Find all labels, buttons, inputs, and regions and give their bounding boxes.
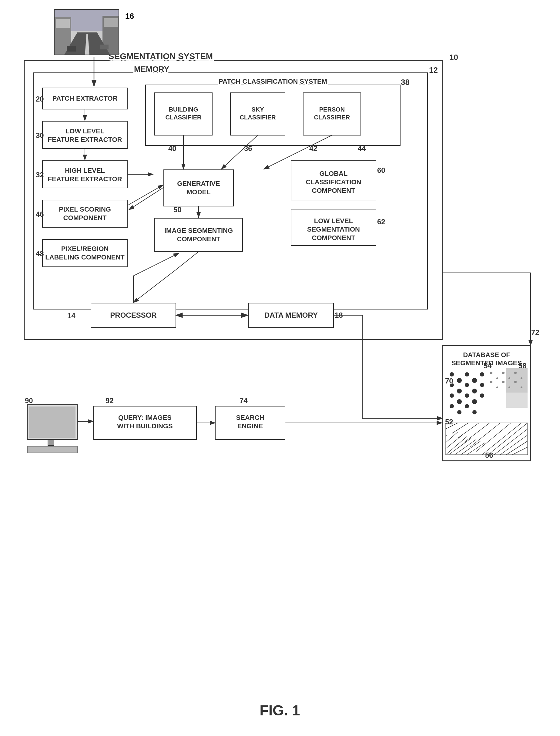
svg-point-125 [514, 381, 517, 383]
svg-text:CLASSIFIER: CLASSIFIER [166, 114, 202, 121]
svg-rect-50 [155, 218, 243, 252]
svg-point-103 [465, 383, 469, 387]
svg-line-80 [133, 270, 176, 303]
svg-point-118 [508, 377, 510, 379]
svg-text:COMPONENT: COMPONENT [312, 234, 356, 242]
svg-text:COMPONENT: COMPONENT [63, 214, 107, 222]
street-photo [54, 9, 119, 55]
svg-line-135 [488, 423, 528, 455]
svg-text:12: 12 [429, 66, 438, 75]
svg-rect-179 [100, 45, 109, 49]
svg-rect-156 [48, 439, 54, 445]
svg-rect-21 [42, 200, 127, 227]
svg-text:32: 32 [36, 171, 44, 179]
svg-text:FIG. 1: FIG. 1 [260, 702, 300, 718]
svg-rect-165 [215, 406, 285, 439]
svg-point-101 [450, 383, 454, 387]
svg-text:70: 70 [445, 377, 453, 385]
svg-point-115 [490, 371, 492, 374]
svg-text:FEATURE EXTRACTOR: FEATURE EXTRACTOR [48, 175, 122, 183]
svg-text:PATCH CLASSIFICATION SYSTEM: PATCH CLASSIFICATION SYSTEM [219, 78, 327, 85]
svg-point-107 [457, 399, 462, 404]
svg-rect-178 [67, 46, 76, 52]
svg-text:GENERATIVE: GENERATIVE [177, 180, 220, 187]
svg-rect-127 [446, 423, 528, 455]
svg-text:48: 48 [36, 250, 44, 258]
svg-line-129 [452, 423, 468, 433]
svg-line-130 [458, 423, 479, 438]
svg-rect-17 [42, 161, 127, 188]
svg-point-102 [457, 388, 462, 393]
svg-rect-13 [42, 121, 127, 149]
svg-text:50: 50 [173, 206, 182, 214]
svg-rect-58 [291, 209, 376, 246]
svg-text:DATABASE OF: DATABASE OF [463, 351, 510, 359]
svg-text:SEARCH: SEARCH [236, 414, 264, 421]
svg-rect-37 [230, 93, 285, 135]
svg-text:PROCESSOR: PROCESSOR [110, 311, 156, 319]
svg-point-108 [465, 393, 469, 398]
svg-point-105 [480, 383, 484, 387]
svg-rect-175 [104, 18, 118, 27]
svg-text:PIXEL SCORING: PIXEL SCORING [59, 206, 111, 213]
svg-rect-95 [446, 368, 506, 423]
svg-text:CLASSIFIER: CLASSIFIER [314, 114, 350, 121]
svg-rect-53 [291, 161, 376, 200]
svg-line-136 [494, 429, 528, 455]
svg-line-77 [221, 135, 258, 169]
svg-point-112 [457, 410, 461, 414]
svg-text:WITH BUILDINGS: WITH BUILDINGS [117, 422, 173, 430]
label-16: 16 [125, 12, 134, 21]
svg-line-128 [446, 423, 458, 429]
svg-line-147 [467, 442, 485, 455]
svg-point-116 [496, 377, 498, 379]
svg-text:74: 74 [240, 396, 248, 405]
svg-text:46: 46 [36, 210, 44, 218]
svg-text:CLASSIFIER: CLASSIFIER [240, 114, 276, 121]
svg-point-100 [480, 372, 484, 376]
svg-rect-63 [91, 303, 176, 328]
svg-text:COMPONENT: COMPONENT [312, 187, 356, 194]
svg-point-124 [508, 386, 510, 388]
svg-point-119 [514, 371, 517, 374]
svg-text:PERSON: PERSON [319, 106, 345, 113]
svg-text:SEGMENTATION SYSTEM: SEGMENTATION SYSTEM [109, 52, 213, 61]
svg-text:90: 90 [25, 396, 33, 405]
page: SEGMENTATION SYSTEM SEGMENTATION SYSTEM … [0, 0, 560, 736]
svg-line-139 [512, 447, 528, 455]
svg-point-111 [450, 404, 454, 408]
svg-text:BUILDING: BUILDING [169, 106, 198, 113]
svg-text:CLASSIFICATION: CLASSIFICATION [306, 178, 361, 186]
svg-text:56: 56 [485, 451, 493, 459]
svg-text:SEGMENTATION SYSTEM: SEGMENTATION SYSTEM [109, 52, 213, 61]
svg-rect-154 [27, 405, 77, 439]
svg-text:MEMORY: MEMORY [134, 65, 169, 74]
svg-text:60: 60 [377, 166, 385, 174]
svg-text:42: 42 [309, 144, 317, 153]
svg-text:PATCH EXTRACTOR: PATCH EXTRACTOR [52, 95, 117, 102]
svg-text:MEMORY: MEMORY [134, 65, 169, 74]
svg-line-79 [176, 252, 199, 270]
svg-line-140 [446, 435, 447, 436]
svg-text:40: 40 [168, 144, 176, 153]
svg-line-134 [482, 423, 521, 455]
svg-text:72: 72 [531, 328, 539, 337]
svg-rect-46 [164, 170, 233, 206]
svg-line-75 [127, 185, 163, 206]
svg-text:QUERY: IMAGES: QUERY: IMAGES [118, 414, 172, 421]
svg-rect-90 [443, 346, 531, 461]
svg-text:DATA MEMORY: DATA MEMORY [264, 311, 318, 319]
svg-text:ENGINE: ENGINE [237, 422, 263, 430]
svg-text:44: 44 [358, 144, 366, 153]
svg-rect-2 [24, 61, 443, 340]
svg-point-96 [450, 372, 454, 376]
svg-text:SKY: SKY [251, 106, 264, 113]
svg-text:SEGMENTED IMAGES: SEGMENTED IMAGES [451, 359, 522, 367]
svg-rect-160 [93, 406, 196, 439]
svg-text:38: 38 [401, 78, 410, 87]
svg-point-110 [480, 393, 484, 398]
svg-text:HIGH LEVEL: HIGH LEVEL [65, 167, 105, 174]
svg-text:PATCH CLASSIFICATION SYSTEM: PATCH CLASSIFICATION SYSTEM [219, 78, 327, 85]
svg-line-132 [470, 423, 500, 447]
svg-rect-6 [33, 73, 428, 309]
